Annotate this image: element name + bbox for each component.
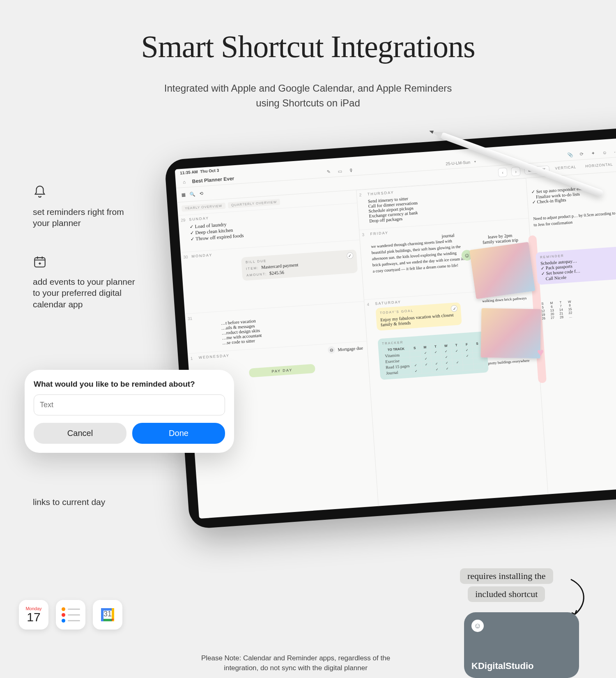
more-icon[interactable]: ⋯	[612, 148, 616, 156]
dialog-question: What would you like to be reminded about…	[34, 380, 225, 389]
bill-sticky: ✓ BILL DUE ITEM:Mastercard payment AMOUN…	[241, 249, 358, 281]
status-date: Thu Oct 3	[200, 168, 219, 174]
home-icon[interactable]: ⌂	[180, 178, 188, 186]
check-icon: ✓	[451, 305, 458, 312]
mortgage-text: Mortgage due	[338, 345, 363, 352]
done-button[interactable]: Done	[132, 423, 225, 444]
bell-icon	[33, 185, 140, 202]
reminder-sticky: REMINDER Schedule autopay… Pack passport…	[536, 244, 616, 285]
goal-text: Enjoy my fabulous vacation with closest …	[380, 312, 458, 327]
photo-placeholder	[480, 308, 541, 359]
bill-item: Mastercard payment	[261, 262, 299, 270]
bill-amount: $245.56	[269, 270, 285, 275]
cal-day[interactable]: 28	[558, 315, 565, 319]
disclaimer: Please Note: Calendar and Reminder apps,…	[164, 653, 427, 673]
mic-icon[interactable]: 🎙	[347, 166, 355, 174]
feature-text: set reminders right from your planner	[33, 206, 140, 229]
cal-day[interactable]: …	[567, 314, 574, 318]
tab-quarterly-overview[interactable]: QUARTERLY OVERVIEW	[228, 199, 280, 209]
reminder-dialog: What would you like to be reminded about…	[25, 370, 234, 453]
tab-horizontal[interactable]: HORIZONTAL	[582, 161, 616, 171]
feature-reminders: set reminders right from your planner	[33, 185, 140, 229]
doc-dropdown[interactable]: 25-U-LM-Sun	[446, 160, 471, 166]
attach-icon[interactable]: 📎	[566, 151, 574, 159]
feature-text: add events to your planner to your prefe…	[33, 276, 140, 310]
cancel-button[interactable]: Cancel	[34, 423, 126, 444]
pen-icon[interactable]: ✎	[324, 168, 332, 176]
coin-icon: ⊖	[328, 346, 336, 354]
search-icon[interactable]: 🔍	[189, 191, 195, 197]
day-number: 3	[362, 232, 364, 237]
apple-reminders-icon	[56, 600, 85, 630]
journal-text: we wandered through charming streets lin…	[371, 237, 466, 274]
payday-sticky: PAY DAY	[249, 364, 315, 378]
footnote-line: Please Note: Calendar and Reminder apps,…	[164, 653, 427, 663]
goal-sticky: ✓ TODAY'S GOAL Enjoy my fabulous vacatio…	[375, 302, 462, 331]
lasso-icon[interactable]: ⟲	[199, 191, 203, 196]
svg-rect-0	[34, 258, 45, 267]
field-label: ITEM:	[246, 266, 259, 271]
calendar-add-icon	[33, 255, 140, 272]
tracker-sticky: TRACKER TO TRACK SMTWTFS Vitamins✓✓✓✓✓ E…	[377, 331, 489, 380]
shortcut-widget[interactable]: ☺ KDigitalStudio	[464, 612, 579, 678]
status-time: 11:35 AM	[180, 169, 198, 175]
planner-spread: YEARLY OVERVIEW QUARTERLY OVERVIEW 29 SU…	[177, 170, 616, 519]
field-label: AMOUNT:	[246, 272, 267, 277]
footnote-line: integration, do not sync with the digita…	[164, 663, 427, 673]
day-number: 1	[190, 356, 193, 360]
note-line: requires installing the	[460, 568, 553, 584]
day-number: 4	[367, 302, 369, 307]
shortcut-install-note: requires installing the included shortcu…	[460, 567, 553, 603]
mortgage-note: ⊖ Mortgage due	[328, 344, 363, 354]
grid-icon[interactable]: ▦	[182, 192, 186, 198]
cal-day[interactable]: 27	[549, 316, 556, 320]
photo-placeholder	[469, 242, 536, 299]
subhead-line2: using Shortcuts on iPad	[0, 96, 616, 111]
day-number: 31	[188, 316, 193, 321]
card-icon[interactable]: ▭	[336, 167, 344, 175]
day-number: 29	[181, 218, 186, 223]
photo-collage: leave by 2pm family vacation trip ☺ walk…	[466, 231, 543, 367]
day-number: 2	[359, 193, 361, 197]
tracker-table: TO TRACK SMTWTFS Vitamins✓✓✓✓✓ Exercise✓…	[382, 340, 485, 376]
feature-link-day: links to current day	[33, 497, 105, 507]
heart-sticker: ♥	[537, 346, 545, 360]
document-title: Best Planner Ever	[192, 175, 234, 184]
day-number: 30	[183, 255, 188, 260]
tab-vertical[interactable]: VERTICAL	[552, 164, 580, 173]
sparkle-icon[interactable]: ✦	[589, 150, 597, 157]
page-headline: Smart Shortcut Integrations	[0, 29, 616, 65]
day-monday: 30 MONDAY ✓ BILL DUE ITEM:Mastercard pay…	[181, 240, 364, 314]
page-subhead: Integrated with Apple and Google Calenda…	[0, 81, 616, 111]
smiley-icon: ☺	[471, 620, 484, 632]
cal-day-number: 17	[27, 611, 40, 623]
tab-yearly-overview[interactable]: YEARLY OVERVIEW	[182, 203, 226, 212]
sync-icon[interactable]: ⟳	[578, 150, 586, 158]
app-icon-row: Monday 17 31	[19, 600, 122, 630]
shortcut-name: KDigitalStudio	[471, 661, 534, 671]
feature-events: add events to your planner to your prefe…	[33, 255, 140, 310]
reminder-input[interactable]	[34, 394, 225, 415]
gcal-day-number: 31	[103, 610, 112, 618]
subhead-line1: Integrated with Apple and Google Calenda…	[0, 81, 616, 96]
note-line: included shortcut	[468, 586, 545, 602]
chevron-down-icon[interactable]: ▾	[474, 160, 476, 164]
google-calendar-icon: 31	[93, 600, 122, 630]
smile-icon[interactable]: ☺	[601, 149, 609, 157]
apple-calendar-icon: Monday 17	[19, 600, 48, 630]
